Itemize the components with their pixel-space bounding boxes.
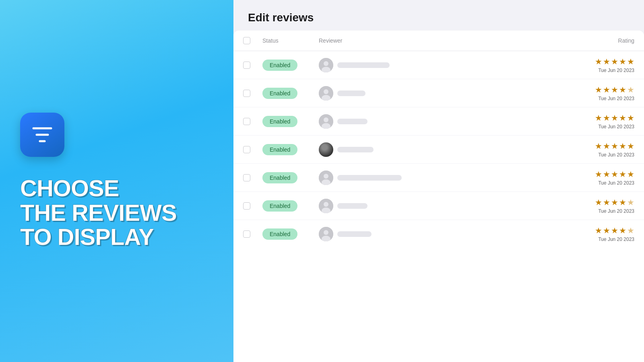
star-filled: ★ — [595, 57, 602, 66]
status-cell: Enabled — [258, 107, 314, 136]
avatar-placeholder-icon — [319, 199, 333, 213]
reviewer-cell — [314, 220, 564, 248]
star-filled: ★ — [603, 226, 610, 235]
reviewer-cell — [314, 79, 564, 107]
table-row: Enabled ★★★★★ Tue Jun 20 2023 — [233, 79, 644, 107]
svg-point-10 — [324, 174, 328, 179]
table-row: Enabled ★★★★★ Tue Jun 20 2023 — [233, 107, 644, 136]
table-row: Enabled ★★★★★ Tue Jun 20 2023 — [233, 164, 644, 192]
reviews-table: Status Reviewer Rating Enabled — [233, 31, 644, 248]
rating-cell: ★★★★★ Tue Jun 20 2023 — [564, 164, 644, 192]
row-checkbox[interactable] — [243, 118, 250, 125]
star-rating: ★★★★★ — [568, 197, 634, 207]
status-column-header: Status — [258, 31, 314, 51]
avatar-placeholder-icon — [319, 86, 333, 101]
star-filled: ★ — [619, 197, 626, 207]
star-filled: ★ — [603, 113, 610, 123]
reviewer-name-bar — [337, 62, 390, 68]
review-date: Tue Jun 20 2023 — [568, 180, 634, 186]
star-filled: ★ — [595, 141, 602, 151]
star-filled: ★ — [627, 113, 634, 123]
reviews-table-container: Status Reviewer Rating Enabled — [233, 31, 644, 362]
star-filled: ★ — [603, 57, 610, 66]
table-header-row: Status Reviewer Rating — [233, 31, 644, 51]
row-select-cell — [233, 220, 258, 248]
svg-point-13 — [324, 202, 328, 207]
star-filled: ★ — [619, 113, 626, 123]
star-filled: ★ — [619, 141, 626, 151]
status-cell: Enabled — [258, 164, 314, 192]
status-badge: Enabled — [262, 60, 297, 71]
star-filled: ★ — [627, 57, 634, 66]
row-checkbox[interactable] — [243, 62, 250, 69]
star-empty: ★ — [627, 197, 634, 207]
star-filled: ★ — [595, 197, 602, 207]
reviewer-column-header: Reviewer — [314, 31, 564, 51]
reviewer-name-bar — [337, 175, 402, 181]
star-filled: ★ — [619, 57, 626, 66]
review-date: Tue Jun 20 2023 — [568, 68, 634, 73]
row-checkbox[interactable] — [243, 174, 250, 181]
row-checkbox[interactable] — [243, 202, 250, 210]
row-checkbox[interactable] — [243, 146, 250, 153]
tagline: CHOOSE THE REVIEWS TO DISPLAY — [20, 176, 177, 250]
star-filled: ★ — [627, 169, 634, 179]
star-rating: ★★★★★ — [568, 226, 634, 235]
star-filled: ★ — [595, 226, 602, 235]
star-filled: ★ — [611, 113, 618, 123]
star-rating: ★★★★★ — [568, 141, 634, 151]
status-cell: Enabled — [258, 79, 314, 107]
avatar — [319, 142, 333, 157]
star-filled: ★ — [619, 169, 626, 179]
table-wrapper[interactable]: Status Reviewer Rating Enabled — [233, 31, 644, 362]
star-filled: ★ — [595, 85, 602, 95]
star-filled: ★ — [603, 141, 610, 151]
rating-cell: ★★★★★ Tue Jun 20 2023 — [564, 107, 644, 136]
svg-point-4 — [324, 89, 328, 94]
star-filled: ★ — [611, 85, 618, 95]
status-badge: Enabled — [262, 172, 297, 183]
star-filled: ★ — [619, 85, 626, 95]
svg-point-7 — [324, 117, 328, 122]
status-cell: Enabled — [258, 220, 314, 248]
select-all-checkbox[interactable] — [243, 37, 250, 44]
row-select-cell — [233, 51, 258, 79]
row-select-cell — [233, 164, 258, 192]
table-row: Enabled ★★★★★ Tue Jun 20 2023 — [233, 51, 644, 79]
star-filled: ★ — [611, 226, 618, 235]
select-all-header — [233, 31, 258, 51]
app-icon — [20, 113, 64, 157]
reviewer-cell — [314, 136, 564, 164]
row-select-cell — [233, 79, 258, 107]
review-date: Tue Jun 20 2023 — [568, 124, 634, 130]
page-title: Edit reviews — [248, 11, 630, 24]
avatar — [319, 58, 333, 72]
reviewer-name-bar — [337, 203, 367, 209]
star-rating: ★★★★★ — [568, 113, 634, 123]
rating-column-header: Rating — [564, 31, 644, 51]
review-date: Tue Jun 20 2023 — [568, 152, 634, 158]
star-filled: ★ — [603, 85, 610, 95]
star-rating: ★★★★★ — [568, 57, 634, 66]
table-row: Enabled ★★★★★ Tue Jun 20 2023 — [233, 220, 644, 248]
star-empty: ★ — [627, 85, 634, 95]
left-panel: CHOOSE THE REVIEWS TO DISPLAY — [0, 0, 233, 362]
avatar — [319, 114, 333, 129]
filter-icon — [30, 123, 54, 147]
avatar — [319, 171, 333, 185]
reviewer-cell — [314, 192, 564, 220]
avatar — [319, 227, 333, 241]
reviewer-cell — [314, 164, 564, 192]
svg-point-16 — [324, 230, 328, 235]
status-badge: Enabled — [262, 88, 297, 99]
rating-cell: ★★★★★ Tue Jun 20 2023 — [564, 79, 644, 107]
row-checkbox[interactable] — [243, 90, 250, 97]
reviewer-cell — [314, 51, 564, 79]
star-filled: ★ — [611, 57, 618, 66]
reviewer-cell — [314, 107, 564, 136]
avatar-placeholder-icon — [319, 114, 333, 129]
star-rating: ★★★★★ — [568, 169, 634, 179]
star-filled: ★ — [603, 169, 610, 179]
row-checkbox[interactable] — [243, 230, 250, 238]
star-filled: ★ — [619, 226, 626, 235]
